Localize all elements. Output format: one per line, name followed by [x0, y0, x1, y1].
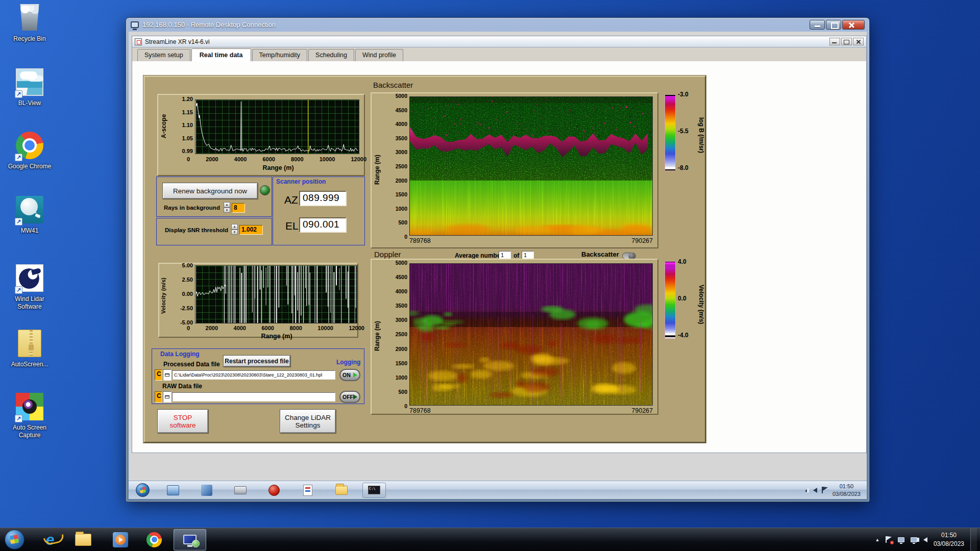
off-label: OFF [342, 394, 353, 400]
remote-clock-date: 03/08/2023 [832, 490, 861, 497]
taskbar-internet-explorer-icon[interactable]: e [41, 531, 59, 548]
desktop-icon-wind-lidar[interactable]: ↗ Wind Lidar Software [5, 264, 54, 311]
raw-drive-letter[interactable]: C [155, 391, 162, 403]
tab-system-setup[interactable]: System setup [137, 49, 190, 61]
remote-network-icon[interactable] [822, 487, 828, 493]
taskbar-media-player-icon[interactable] [112, 531, 129, 548]
rdp-monitor-icon [183, 535, 197, 544]
desktop-icon-mw41[interactable]: ↗ MW41 [5, 196, 54, 235]
remote-volume-icon[interactable] [813, 488, 817, 493]
rays-spinner[interactable]: ▲▼ [224, 202, 230, 213]
tray-display-icon[interactable] [898, 537, 904, 542]
of-label: of [513, 252, 519, 259]
vi-maximize-button[interactable] [841, 38, 852, 45]
host-taskbar: e ▲ x 01:50 03/08/2023 [0, 528, 980, 551]
x-tick-label: 0 [187, 325, 190, 331]
desktop-icon-label: Auto Screen Capture [5, 424, 54, 439]
colorbar-tick-label: -4.0 [678, 332, 689, 339]
snr-spinner[interactable]: ▲▼ [231, 224, 238, 235]
y-tick-label: 3000 [387, 149, 407, 155]
y-tick-label: 4000 [387, 288, 407, 294]
remote-clock[interactable]: 01:50 03/08/2023 [832, 483, 861, 497]
el-value-field[interactable]: 090.001 [299, 217, 347, 233]
remote-taskbar-vi-file-icon[interactable] [300, 483, 315, 497]
taskbar-clock[interactable]: 01:50 03/08/2023 [934, 531, 964, 547]
vi-minimize-button[interactable] [829, 38, 840, 45]
rdp-titlebar[interactable]: 192.168.0.150 - Remote Desktop Connectio… [126, 18, 869, 32]
tray-network-icon[interactable] [911, 537, 917, 542]
a-scope-plot-area [195, 99, 359, 154]
front-panel: A-scope 1.201.151.101.050.99 [143, 76, 706, 443]
vi-body: A-scope 1.201.151.101.050.99 [132, 61, 866, 453]
taskbar-rdp-active-button[interactable] [174, 529, 206, 550]
x-tick-label: 8000 [291, 156, 303, 162]
remote-taskbar-app-blue-icon[interactable] [199, 483, 214, 497]
data-logging-box: Data Logging Processed Data file Restart… [152, 348, 364, 404]
remote-taskbar-app-window-icon[interactable] [165, 483, 181, 497]
y-tick-label: 5.00 [172, 262, 193, 268]
desktop-icon-recycle-bin[interactable]: Recycle Bin [5, 3, 54, 43]
el-label: EL [285, 220, 299, 232]
remote-start-button[interactable] [136, 483, 150, 497]
cmd-window-icon: C:\ [368, 486, 380, 494]
tab-scheduling[interactable]: Scheduling [308, 49, 354, 61]
logging-off-button[interactable]: OFF [339, 391, 360, 403]
renew-background-button[interactable]: Renew background now [162, 183, 258, 199]
system-tray: ▲ x 01:50 03/08/2023 [875, 528, 980, 551]
rdp-window-title: 192.168.0.150 - Remote Desktop Connectio… [142, 21, 276, 29]
colorbar-tick-label: 0.0 [678, 295, 689, 302]
desktop-icon-google-chrome[interactable]: ↗ Google Chrome [5, 132, 54, 170]
rdp-window: 192.168.0.150 - Remote Desktop Connectio… [126, 17, 870, 502]
processed-path-field[interactable]: C:\Lidar\Data\Proc\2023\202308\20230803\… [172, 370, 335, 380]
clock-time: 01:50 [934, 531, 964, 539]
processed-data-file-label: Processed Data file [163, 361, 220, 368]
x-tick-label: 10000 [320, 156, 335, 162]
logging-on-button[interactable]: ON [339, 369, 360, 381]
maximize-button[interactable] [826, 20, 841, 30]
desktop-icon-auto-screen-capture[interactable]: ↗ Auto Screen Capture [5, 393, 54, 439]
tray-volume-icon[interactable] [923, 537, 927, 542]
tab-wind-profile[interactable]: Wind profile [355, 49, 403, 61]
az-value-field[interactable]: 089.999 [299, 191, 347, 206]
start-button[interactable] [5, 530, 24, 549]
backscatter-colorbar-label: log B (/m/sr) [698, 97, 705, 173]
x-tick-label: 2000 [206, 325, 218, 331]
recycle-bin-icon [15, 4, 44, 34]
vi-titlebar[interactable]: StreamLine XR v14-6.vi [132, 36, 866, 47]
desktop-icon-bl-view[interactable]: ↗ BL-View [5, 68, 54, 107]
processed-drive-letter[interactable]: C [155, 369, 162, 381]
tray-chevron-icon[interactable]: ▲ [875, 537, 880, 542]
desktop-icon-autoscreen-zip[interactable]: AutoScreen... [5, 330, 54, 368]
show-desktop-button[interactable] [970, 528, 977, 551]
remote-taskbar-power-icon[interactable] [266, 483, 282, 497]
raw-path-field[interactable] [172, 392, 335, 402]
y-tick-label: 2.50 [172, 277, 193, 283]
minimize-button[interactable] [810, 20, 825, 30]
rays-value-field[interactable]: 8 [232, 203, 245, 213]
tab-temp-humidity[interactable]: Temp/humidity [252, 49, 308, 61]
y-tick-label: 500 [387, 389, 407, 395]
processed-browse-icon[interactable] [163, 369, 172, 381]
remote-taskbar-folder-icon[interactable] [334, 483, 349, 497]
mw41-icon: ↗ [15, 196, 44, 226]
desktop-icon-label: Recycle Bin [5, 35, 54, 43]
restart-processed-file-button[interactable]: Restart processed file [223, 355, 290, 367]
tab-real-time-data[interactable]: Real time data [191, 48, 251, 62]
taskbar-chrome-icon[interactable] [145, 531, 163, 548]
x-tick-label: 2000 [206, 156, 218, 162]
raw-browse-icon[interactable] [163, 391, 172, 403]
change-lidar-settings-button[interactable]: Change LiDAR Settings [280, 409, 336, 433]
stop-software-button[interactable]: STOP software [157, 409, 208, 433]
y-tick-label: 2500 [387, 163, 407, 169]
vi-close-button[interactable] [853, 38, 864, 45]
y-tick-label: 3000 [387, 317, 407, 323]
y-tick-label: 5000 [387, 260, 407, 266]
taskbar-explorer-icon[interactable] [75, 531, 92, 548]
backscatter-colorbar-ticks: -3.0-5.5-8.0 [678, 91, 689, 171]
remote-taskbar-cmd-button[interactable]: C:\ [362, 483, 386, 498]
close-button[interactable] [842, 20, 865, 30]
remote-taskbar-app-gray-icon[interactable] [233, 483, 248, 497]
action-center-flag-icon[interactable]: x [886, 536, 892, 543]
background-controls-box: Renew background now Rays in background … [156, 177, 272, 217]
snr-value-field[interactable]: 1.002 [239, 225, 263, 235]
